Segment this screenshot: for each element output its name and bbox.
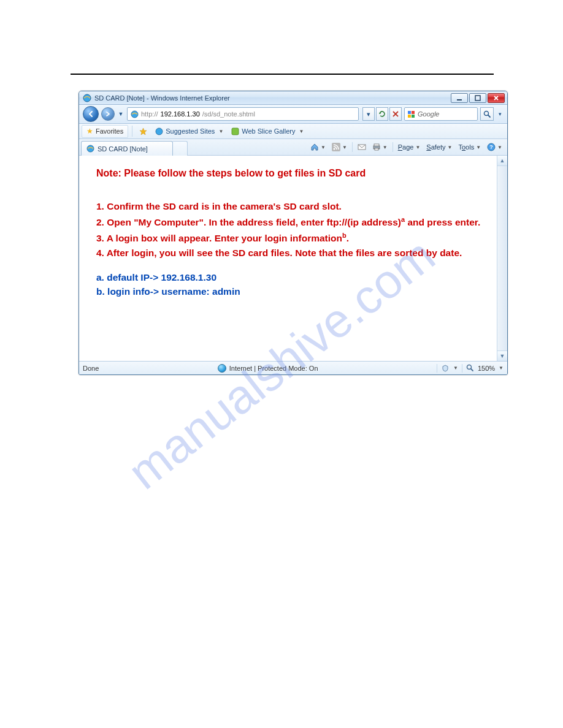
tab-row: SD CARD [Note] ▼ ▼ ▼ [79, 139, 507, 156]
web-slice-label: Web Slice Gallery [242, 127, 295, 135]
svg-rect-6 [408, 115, 411, 118]
read-mail-icon [358, 143, 366, 151]
chevron-down-icon: ▼ [453, 365, 458, 371]
search-dropdown[interactable]: ▾ [496, 108, 504, 120]
content-wrapper: Note: Please follow the steps below to g… [79, 156, 507, 361]
active-tab[interactable]: SD CARD [Note] [81, 141, 173, 156]
url-scheme: http:// [141, 110, 158, 118]
svg-text:?: ? [489, 144, 493, 150]
chevron-down-icon: ▼ [499, 365, 504, 371]
separator [462, 364, 462, 373]
web-slice-link[interactable]: Web Slice Gallery ▼ [227, 125, 307, 138]
favorites-bar: ★ Favorites Suggested Sites ▼ Web Slice … [79, 124, 507, 139]
back-button[interactable] [83, 106, 99, 122]
svg-rect-7 [412, 115, 415, 118]
step-3: 3. A login box will appear. Enter your l… [96, 231, 482, 245]
add-to-favorites-bar[interactable] [135, 125, 151, 138]
note-heading: Note: Please follow the steps below to g… [96, 167, 482, 180]
chevron-down-icon: ▼ [321, 145, 326, 150]
footnote-a: a. default IP-> 192.168.1.30 [96, 271, 482, 284]
zoom-level[interactable]: 150% [478, 365, 495, 372]
titlebar: SD CARD [Note] - Windows Internet Explor… [79, 91, 507, 105]
search-field[interactable]: Google [404, 107, 478, 121]
print-icon [372, 143, 381, 151]
chevron-down-icon: ▼ [476, 145, 481, 150]
svg-rect-17 [375, 148, 378, 150]
status-bar: Done Internet | Protected Mode: On ▼ 150… [79, 361, 507, 374]
home-button[interactable]: ▼ [308, 141, 328, 153]
status-right: ▼ 150% ▼ [437, 364, 504, 373]
print-button[interactable]: ▼ [370, 141, 390, 153]
suggested-sites-label: Suggested Sites [166, 127, 215, 135]
favorites-button[interactable]: ★ Favorites [82, 125, 128, 138]
ie-icon [83, 94, 91, 102]
step-4: 4. After login, you will see the SD card… [96, 247, 482, 260]
chevron-down-icon: ▼ [497, 145, 502, 150]
chevron-down-icon: ▼ [218, 129, 223, 134]
webslice-icon [231, 127, 239, 135]
help-icon: ? [487, 143, 496, 151]
refresh-button[interactable] [376, 107, 388, 121]
url-path: /sd/sd_note.shtml [202, 110, 255, 118]
address-bar-row: ▼ http://192.168.1.30/sd/sd_note.shtml ▾… [79, 105, 507, 124]
url-host: 192.168.1.30 [161, 110, 200, 118]
close-button[interactable] [488, 93, 505, 103]
separator [393, 142, 393, 152]
svg-point-13 [333, 148, 335, 150]
suggested-icon [155, 127, 163, 135]
rss-icon [332, 143, 340, 151]
vertical-scrollbar[interactable]: ▲ ▼ [497, 156, 507, 361]
step-2: 2. Open "My Computer". In the address fi… [96, 215, 482, 229]
tools-menu[interactable]: Tools▼ [456, 141, 483, 153]
zone-label: Internet | Protected Mode: On [229, 365, 318, 372]
page-icon [130, 110, 139, 118]
svg-point-9 [156, 128, 163, 135]
feeds-button[interactable]: ▼ [329, 141, 350, 153]
separator [352, 142, 353, 152]
zoom-icon[interactable] [466, 364, 474, 372]
maximize-button[interactable] [469, 93, 486, 103]
page-menu[interactable]: Page▼ [396, 141, 423, 153]
search-placeholder: Google [418, 110, 439, 118]
chevron-down-icon: ▼ [448, 145, 453, 150]
document-page: manualshive.com SD CARD [Note] - Windows… [0, 0, 563, 728]
command-bar: ▼ ▼ ▼ Page▼ Safety▼ Tools▼ [305, 139, 507, 155]
new-tab-button[interactable] [173, 141, 188, 156]
read-mail-button[interactable] [355, 141, 369, 153]
help-button[interactable]: ? ▼ [484, 141, 505, 153]
search-go-button[interactable] [480, 107, 494, 121]
address-end-buttons: ▾ [362, 107, 402, 121]
separator [132, 126, 132, 137]
nav-history-dropdown[interactable]: ▼ [117, 108, 124, 120]
compat-view-button[interactable]: ▾ [362, 107, 375, 121]
star-add-icon [139, 127, 147, 135]
status-text: Done [83, 365, 99, 372]
svg-rect-5 [412, 111, 415, 114]
separator [437, 364, 437, 373]
stop-button[interactable] [389, 107, 402, 121]
ie-page-icon [86, 145, 94, 153]
chevron-down-icon: ▼ [383, 145, 388, 150]
page-content: Note: Please follow the steps below to g… [79, 156, 497, 361]
tab-label: SD CARD [Note] [98, 145, 148, 153]
minimize-button[interactable] [451, 93, 468, 103]
svg-rect-10 [232, 128, 239, 135]
safety-menu[interactable]: Safety▼ [424, 141, 454, 153]
chevron-down-icon: ▼ [415, 145, 420, 150]
internet-zone-icon [218, 364, 226, 373]
ie-window: SD CARD [Note] - Windows Internet Explor… [79, 91, 508, 375]
suggested-sites-link[interactable]: Suggested Sites ▼ [151, 125, 227, 138]
star-icon: ★ [86, 127, 93, 135]
address-field[interactable]: http://192.168.1.30/sd/sd_note.shtml [127, 107, 359, 121]
scroll-up-arrow[interactable]: ▲ [497, 156, 507, 166]
forward-button[interactable] [101, 107, 115, 121]
zone-status: Internet | Protected Mode: On [99, 364, 437, 373]
window-buttons [450, 93, 505, 103]
favorites-label: Favorites [96, 127, 123, 135]
scroll-down-arrow[interactable]: ▼ [497, 351, 507, 361]
window-title: SD CARD [Note] - Windows Internet Explor… [94, 94, 450, 102]
step-1: 1. Confirm the SD card is in the camera'… [96, 200, 482, 213]
chevron-down-icon: ▼ [342, 145, 347, 150]
protected-mode-icon[interactable] [441, 364, 450, 373]
home-icon [310, 143, 319, 151]
